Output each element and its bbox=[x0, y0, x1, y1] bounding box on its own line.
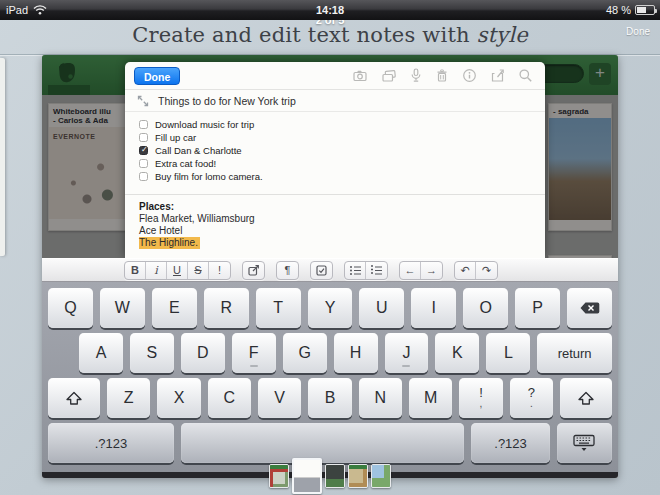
place-line: Ace Hotel bbox=[139, 225, 531, 237]
evernote-app-frame: + Whiteboard illu - Carlos & Ada EVERNOT… bbox=[42, 55, 618, 478]
search-icon[interactable] bbox=[518, 68, 533, 83]
keyboard-row-2: A S D F G H J K L return bbox=[48, 333, 612, 373]
paragraph-group: ¶ bbox=[276, 261, 299, 280]
dismiss-keyboard-key[interactable] bbox=[557, 423, 612, 463]
checkbox-unchecked[interactable] bbox=[139, 133, 148, 142]
editor-done-button[interactable]: Done bbox=[134, 67, 180, 85]
page-thumb-notes-grid[interactable] bbox=[269, 464, 289, 488]
key-r[interactable]: R bbox=[204, 288, 249, 328]
key-exclamation-comma[interactable]: ! , bbox=[459, 378, 502, 418]
note-editor-toolbar: Done bbox=[125, 62, 545, 90]
backspace-icon bbox=[579, 300, 601, 316]
camera-icon[interactable] bbox=[352, 68, 368, 83]
checklist-item[interactable]: Call Dan & Charlotte bbox=[139, 144, 531, 157]
key-i[interactable]: I bbox=[411, 288, 456, 328]
key-d[interactable]: D bbox=[181, 333, 225, 373]
tutorial-title-emphasis: style bbox=[477, 23, 528, 47]
shift-key-left[interactable] bbox=[48, 378, 100, 418]
key-y[interactable]: Y bbox=[308, 288, 353, 328]
page-thumb-current-text-note[interactable] bbox=[292, 458, 322, 494]
note-title-row[interactable]: Things to do for New York trip bbox=[125, 90, 545, 112]
key-t[interactable]: T bbox=[256, 288, 301, 328]
insert-link-button[interactable] bbox=[243, 262, 264, 279]
return-key[interactable]: return bbox=[537, 333, 612, 373]
numbered-list-icon bbox=[370, 265, 383, 276]
checkbox-unchecked[interactable] bbox=[139, 120, 148, 129]
space-key[interactable] bbox=[181, 423, 464, 463]
strikethrough-button[interactable]: S bbox=[188, 262, 209, 279]
key-u[interactable]: U bbox=[359, 288, 404, 328]
note-places-section[interactable]: Places: Flea Market, Williamsburg Ace Ho… bbox=[125, 195, 545, 249]
italic-button[interactable]: i bbox=[146, 262, 167, 279]
numbers-key-left[interactable]: .?123 bbox=[48, 423, 174, 463]
key-z[interactable]: Z bbox=[107, 378, 150, 418]
expand-note-icon[interactable] bbox=[137, 95, 149, 107]
place-text: Flea Market, Williamsburg bbox=[139, 213, 255, 224]
key-n[interactable]: N bbox=[359, 378, 402, 418]
checklist-item[interactable]: Fill up car bbox=[139, 131, 531, 144]
checkbox-checked[interactable] bbox=[139, 146, 148, 155]
checklist-item[interactable]: Buy film for lomo camera. bbox=[139, 170, 531, 183]
bold-button[interactable]: B bbox=[125, 262, 146, 279]
checklist-label: Fill up car bbox=[155, 132, 196, 143]
key-m[interactable]: M bbox=[409, 378, 452, 418]
checklist-label: Extra cat food! bbox=[155, 158, 216, 169]
checkbox-unchecked[interactable] bbox=[139, 159, 148, 168]
undo-button[interactable]: ↶ bbox=[455, 262, 476, 279]
trash-icon[interactable] bbox=[435, 68, 449, 83]
backspace-key[interactable] bbox=[567, 288, 612, 328]
key-o[interactable]: O bbox=[463, 288, 508, 328]
indent-group: ← → bbox=[399, 261, 443, 280]
key-s[interactable]: S bbox=[130, 333, 174, 373]
note-checklist: Download music for trip Fill up car Call… bbox=[125, 112, 545, 183]
key-q[interactable]: Q bbox=[48, 288, 93, 328]
key-k[interactable]: K bbox=[435, 333, 479, 373]
checklist-item[interactable]: Extra cat food! bbox=[139, 157, 531, 170]
key-x[interactable]: X bbox=[157, 378, 200, 418]
share-icon[interactable] bbox=[490, 68, 505, 83]
key-w[interactable]: W bbox=[100, 288, 145, 328]
numbered-list-button[interactable] bbox=[366, 262, 387, 279]
bullet-list-button[interactable] bbox=[345, 262, 366, 279]
insert-checkbox-button[interactable] bbox=[311, 262, 332, 279]
key-b[interactable]: B bbox=[308, 378, 351, 418]
key-v[interactable]: V bbox=[258, 378, 301, 418]
tutorial-screen: iPad 14:18 48 % 2 of 5 Create and edit t… bbox=[0, 0, 660, 495]
key-label: F bbox=[249, 344, 259, 362]
tutorial-page-thumbnails bbox=[0, 458, 660, 494]
photos-icon[interactable] bbox=[381, 68, 397, 83]
key-e[interactable]: E bbox=[152, 288, 197, 328]
info-icon[interactable] bbox=[462, 68, 477, 83]
key-a[interactable]: A bbox=[79, 333, 123, 373]
key-j[interactable]: J bbox=[385, 333, 429, 373]
keyboard-row-4: .?123 .?123 bbox=[48, 423, 612, 463]
key-c[interactable]: C bbox=[208, 378, 251, 418]
paragraph-button[interactable]: ¶ bbox=[277, 262, 298, 279]
key-sublabel: , bbox=[480, 398, 483, 409]
key-h[interactable]: H bbox=[334, 333, 378, 373]
onscreen-keyboard: Q W E R T Y U I O P bbox=[42, 282, 618, 472]
highlight-button[interactable]: ! bbox=[209, 262, 230, 279]
underline-button[interactable]: U bbox=[167, 262, 188, 279]
outdent-button[interactable]: ← bbox=[400, 262, 421, 279]
key-label: ! bbox=[479, 387, 483, 398]
page-thumb-map[interactable] bbox=[371, 464, 391, 488]
key-g[interactable]: G bbox=[283, 333, 327, 373]
note-title[interactable]: Things to do for New York trip bbox=[158, 95, 296, 107]
key-question-period[interactable]: ? . bbox=[510, 378, 553, 418]
checkbox-unchecked[interactable] bbox=[139, 172, 148, 181]
key-l[interactable]: L bbox=[486, 333, 530, 373]
shift-key-right[interactable] bbox=[560, 378, 612, 418]
undo-redo-group: ↶ ↷ bbox=[454, 261, 498, 280]
shift-icon bbox=[577, 391, 595, 406]
page-thumb-tan-grid[interactable] bbox=[348, 464, 368, 488]
numbers-key-right[interactable]: .?123 bbox=[471, 423, 550, 463]
key-p[interactable]: P bbox=[515, 288, 560, 328]
checklist-item[interactable]: Download music for trip bbox=[139, 118, 531, 131]
microphone-icon[interactable] bbox=[410, 68, 422, 83]
indent-button[interactable]: → bbox=[421, 262, 442, 279]
redo-button[interactable]: ↷ bbox=[476, 262, 497, 279]
note-editor-modal: Done bbox=[125, 62, 545, 258]
key-f[interactable]: F bbox=[232, 333, 276, 373]
page-thumb-dark-green[interactable] bbox=[325, 464, 345, 488]
